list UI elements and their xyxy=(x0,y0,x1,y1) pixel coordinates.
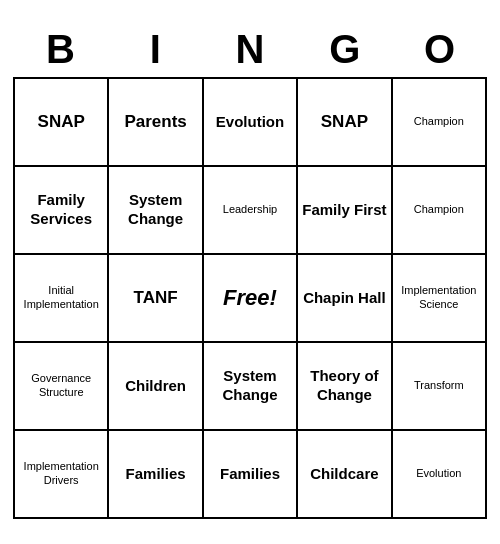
cell-r0-c4: Champion xyxy=(393,79,487,167)
bingo-letter-g: G xyxy=(297,25,392,73)
cell-r0-c3: SNAP xyxy=(298,79,392,167)
cell-text-r3-c3: Theory of Change xyxy=(302,367,386,405)
cell-r1-c4: Champion xyxy=(393,167,487,255)
cell-r2-c1: TANF xyxy=(109,255,203,343)
cell-text-r4-c4: Evolution xyxy=(416,467,461,481)
bingo-grid: SNAPParentsEvolutionSNAPChampionFamily S… xyxy=(13,77,487,519)
cell-r3-c2: System Change xyxy=(204,343,298,431)
cell-r1-c1: System Change xyxy=(109,167,203,255)
cell-text-r4-c1: Families xyxy=(126,465,186,484)
cell-r4-c4: Evolution xyxy=(393,431,487,519)
cell-text-r2-c1: TANF xyxy=(134,287,178,308)
cell-text-r2-c2: Free! xyxy=(223,284,277,312)
cell-text-r0-c3: SNAP xyxy=(321,111,368,132)
cell-text-r1-c4: Champion xyxy=(414,203,464,217)
cell-r4-c2: Families xyxy=(204,431,298,519)
cell-r4-c3: Childcare xyxy=(298,431,392,519)
cell-text-r4-c2: Families xyxy=(220,465,280,484)
cell-text-r0-c1: Parents xyxy=(124,111,186,132)
cell-r2-c4: Implementation Science xyxy=(393,255,487,343)
cell-text-r4-c0: Implementation Drivers xyxy=(19,460,103,488)
cell-text-r1-c2: Leadership xyxy=(223,203,277,217)
cell-r0-c1: Parents xyxy=(109,79,203,167)
cell-r2-c3: Chapin Hall xyxy=(298,255,392,343)
bingo-header: BINGO xyxy=(13,25,487,73)
cell-text-r3-c0: Governance Structure xyxy=(19,372,103,400)
cell-text-r2-c4: Implementation Science xyxy=(397,284,481,312)
bingo-card: BINGO SNAPParentsEvolutionSNAPChampionFa… xyxy=(5,17,495,527)
cell-text-r1-c1: System Change xyxy=(113,191,197,229)
cell-text-r1-c0: Family Services xyxy=(19,191,103,229)
cell-text-r4-c3: Childcare xyxy=(310,465,378,484)
bingo-letter-o: O xyxy=(392,25,487,73)
bingo-letter-i: I xyxy=(108,25,203,73)
cell-r3-c1: Children xyxy=(109,343,203,431)
cell-r2-c2: Free! xyxy=(204,255,298,343)
cell-r1-c3: Family First xyxy=(298,167,392,255)
cell-text-r3-c4: Transform xyxy=(414,379,464,393)
cell-text-r0-c4: Champion xyxy=(414,115,464,129)
cell-r3-c3: Theory of Change xyxy=(298,343,392,431)
cell-text-r3-c2: System Change xyxy=(208,367,292,405)
cell-r4-c1: Families xyxy=(109,431,203,519)
cell-text-r0-c0: SNAP xyxy=(38,111,85,132)
cell-r1-c2: Leadership xyxy=(204,167,298,255)
cell-r3-c0: Governance Structure xyxy=(15,343,109,431)
cell-r3-c4: Transform xyxy=(393,343,487,431)
cell-r2-c0: Initial Implementation xyxy=(15,255,109,343)
cell-r4-c0: Implementation Drivers xyxy=(15,431,109,519)
cell-text-r1-c3: Family First xyxy=(302,201,386,220)
cell-r0-c2: Evolution xyxy=(204,79,298,167)
cell-text-r3-c1: Children xyxy=(125,377,186,396)
bingo-letter-n: N xyxy=(203,25,298,73)
cell-text-r2-c3: Chapin Hall xyxy=(303,289,386,308)
cell-r0-c0: SNAP xyxy=(15,79,109,167)
cell-text-r2-c0: Initial Implementation xyxy=(19,284,103,312)
cell-r1-c0: Family Services xyxy=(15,167,109,255)
bingo-letter-b: B xyxy=(13,25,108,73)
cell-text-r0-c2: Evolution xyxy=(216,113,284,132)
